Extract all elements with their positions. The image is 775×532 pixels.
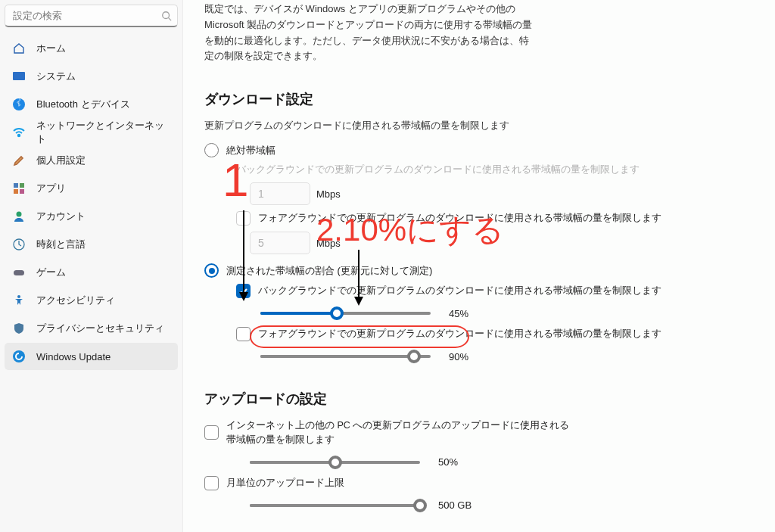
settings-sidebar: ホーム システム Bluetooth とデバイス ネットワークとインターネット … [0,0,183,532]
sidebar-item-label: システム [36,70,76,83]
update-icon [12,350,26,363]
svg-rect-2 [13,72,25,80]
account-icon [12,210,26,223]
svg-point-4 [18,135,20,137]
radio-label: 絶対帯域幅 [226,144,275,157]
svg-rect-8 [20,189,24,194]
sidebar-item-label: Windows Update [36,351,110,362]
svg-point-0 [163,12,170,19]
monthly-cap-value: 500 GB [438,499,484,511]
bg-percent-label: バックグラウンドでの更新プログラムのダウンロードに使用される帯域幅の量を制限しま… [258,285,661,297]
fg-percent-checkbox[interactable] [236,327,251,341]
gamepad-icon [12,266,26,279]
radio-icon [204,143,219,157]
svg-rect-5 [14,183,18,188]
intro-text: 既定では、デバイスが Windows とアプリの更新プログラムやその他の Mic… [204,0,537,64]
sidebar-item-home[interactable]: ホーム [5,35,178,62]
sidebar-item-privacy[interactable]: プライバシーとセキュリティ [5,315,178,342]
svg-point-12 [17,295,20,298]
sidebar-item-label: 個人用設定 [36,154,86,167]
sidebar-item-label: アクセシビリティ [36,294,115,307]
svg-line-1 [169,18,172,21]
sidebar-item-network[interactable]: ネットワークとインターネット [5,119,178,146]
svg-rect-6 [20,183,24,188]
radio-label: 測定された帯域幅の割合 (更新元に対して測定) [226,264,432,278]
fg-absolute-checkbox[interactable] [236,211,251,226]
bluetooth-icon [12,98,26,111]
svg-point-13 [13,350,25,362]
upload-limit-slider[interactable] [250,455,420,470]
sidebar-item-bluetooth[interactable]: Bluetooth とデバイス [5,91,178,118]
fg-absolute-label: フォアグラウンドでの更新プログラムのダウンロードに使用される帯域幅の量を制限しま… [258,212,661,225]
fg-percent-label: フォアグラウンドでの更新プログラムのダウンロードに使用される帯域幅の量を制限しま… [258,328,661,341]
monthly-cap-slider[interactable] [250,498,420,513]
sidebar-item-label: ホーム [36,42,66,55]
sidebar-item-label: アプリ [36,182,66,195]
bg-percent-slider[interactable] [260,306,431,321]
svg-point-9 [17,212,22,217]
shield-icon [12,322,26,335]
globe-clock-icon [12,238,26,251]
bg-absolute-input[interactable] [250,182,310,205]
sidebar-item-label: ゲーム [36,266,66,279]
download-subtext: 更新プログラムのダウンロードに使用される帯域幅の量を制限します [204,119,760,132]
sidebar-item-personalization[interactable]: 個人用設定 [5,147,178,174]
mbps-unit: Mbps [316,188,341,200]
search-input[interactable] [5,5,178,27]
bg-percent-value: 45% [449,308,494,319]
upload-limit-label: インターネット上の他の PC への更新プログラムのアップロードに使用される帯域幅… [226,418,574,447]
sidebar-item-label: アカウント [36,210,86,223]
radio-icon [204,263,219,278]
svg-rect-7 [14,189,18,194]
mbps-unit: Mbps [316,238,341,249]
bg-percent-checkbox[interactable] [236,284,251,298]
accessibility-icon [12,294,26,307]
brush-icon [12,154,26,167]
apps-icon [12,182,26,195]
bg-absolute-label: バックグラウンドでの更新プログラムのダウンロードに使用される帯域幅の量を制限しま… [236,163,760,176]
sidebar-item-gaming[interactable]: ゲーム [5,259,178,286]
sidebar-item-label: 時刻と言語 [36,238,86,251]
monthly-cap-label: 月単位のアップロード上限 [226,477,344,490]
sidebar-item-label: Bluetooth とデバイス [36,98,130,111]
search-icon [161,11,172,21]
monthly-cap-checkbox[interactable] [204,476,219,490]
search-wrap [5,5,178,27]
home-icon [12,42,26,55]
sidebar-item-apps[interactable]: アプリ [5,175,178,202]
sidebar-item-label: ネットワークとインターネット [36,119,170,146]
fg-percent-value: 90% [449,351,494,362]
sidebar-item-time[interactable]: 時刻と言語 [5,231,178,258]
fg-absolute-input[interactable] [250,232,310,254]
fg-percent-slider[interactable] [260,349,431,364]
upload-heading: アップロードの設定 [204,390,760,408]
upload-limit-value: 50% [438,456,484,468]
main-content: 既定では、デバイスが Windows とアプリの更新プログラムやその他の Mic… [183,0,775,532]
wifi-icon [12,126,26,139]
system-icon [12,70,26,83]
sidebar-item-label: プライバシーとセキュリティ [36,322,164,335]
sidebar-item-system[interactable]: システム [5,63,178,90]
svg-rect-11 [14,270,24,275]
radio-percent-bandwidth[interactable]: 測定された帯域幅の割合 (更新元に対して測定) [204,263,760,278]
download-heading: ダウンロード設定 [204,90,760,108]
radio-absolute-bandwidth[interactable]: 絶対帯域幅 [204,143,760,157]
sidebar-item-accessibility[interactable]: アクセシビリティ [5,287,178,314]
sidebar-item-windows-update[interactable]: Windows Update [5,343,178,370]
sidebar-item-accounts[interactable]: アカウント [5,203,178,230]
upload-limit-checkbox[interactable] [204,425,219,440]
